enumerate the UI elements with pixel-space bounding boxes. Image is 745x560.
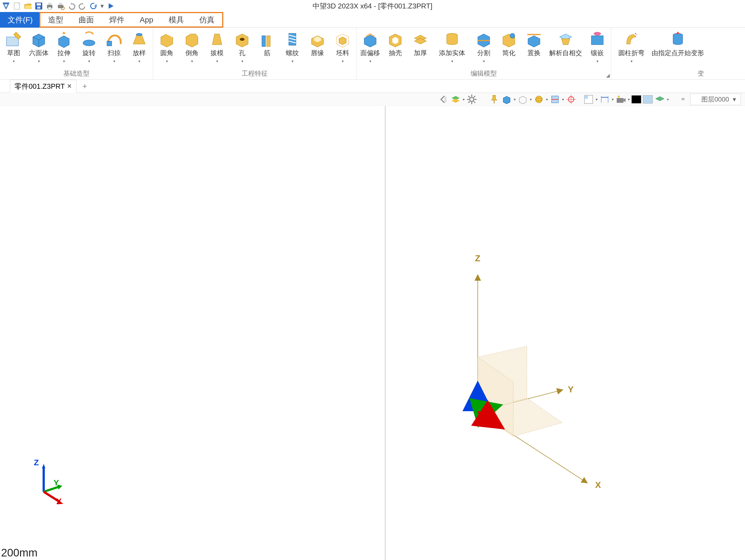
- print-icon[interactable]: [45, 1, 55, 11]
- layers2-icon[interactable]: [654, 94, 665, 105]
- ribbon: 草图▾ 六面体▾ 拉伸▾ 旋转▾ 扫掠▾ 放样▾ 基础造型 圆角▾ 倒角▾ 拔模…: [0, 28, 745, 80]
- menu-bar: 文件(F) 造型 曲面 焊件 App 模具 仿真: [0, 12, 745, 28]
- scene-3d: Z Y X: [442, 259, 606, 505]
- sphere-icon[interactable]: [533, 94, 544, 105]
- stock-button[interactable]: 坯料▾: [330, 30, 355, 64]
- play-icon[interactable]: [106, 1, 116, 11]
- viewport[interactable]: Z Y X Z Y X 200mm: [0, 106, 745, 560]
- menu-item[interactable]: 仿真: [192, 13, 222, 27]
- view-toolbar: ▾ ▾ ▾ ▾ ▾ ▾ ▾ ▾ ▾ ⚭ 图层0000 ▾: [0, 93, 745, 106]
- thicken-button[interactable]: 加厚: [408, 30, 433, 58]
- color-swatch-blue[interactable]: [643, 95, 653, 103]
- svg-rect-34: [584, 95, 588, 99]
- svg-point-15: [240, 38, 245, 41]
- svg-rect-11: [6, 37, 19, 46]
- analyze-self-intersect-button[interactable]: 解析自相交: [547, 30, 585, 58]
- draft-button[interactable]: 拔模▾: [204, 30, 230, 64]
- layers-icon[interactable]: [450, 94, 461, 105]
- layer-dropdown[interactable]: 图层0000 ▾: [690, 94, 741, 105]
- menu-item[interactable]: 造型: [40, 13, 71, 27]
- camera-icon[interactable]: [615, 94, 626, 105]
- section-icon[interactable]: [550, 94, 560, 105]
- gear-icon[interactable]: [466, 94, 477, 105]
- fillet-button[interactable]: 圆角▾: [154, 30, 180, 64]
- inlay-button[interactable]: 镶嵌▾: [585, 30, 610, 64]
- menu-item[interactable]: 曲面: [71, 13, 102, 27]
- svg-point-12: [83, 40, 95, 46]
- sweep-button[interactable]: 扫掠▾: [102, 30, 127, 64]
- color-swatch-black[interactable]: [631, 95, 641, 103]
- simplify-button[interactable]: 简化: [496, 30, 521, 58]
- ribbon-group-feature: 圆角▾ 倒角▾ 拔模▾ 孔▾ 筋 螺纹▾ 唇缘 坯料▾ 工程特征: [153, 28, 357, 80]
- pin-icon[interactable]: [489, 94, 499, 105]
- undo-icon[interactable]: [67, 1, 76, 11]
- save-icon[interactable]: [34, 1, 44, 11]
- split-button[interactable]: 分割▾: [471, 30, 496, 64]
- loft-button[interactable]: 放样▾: [127, 30, 152, 64]
- svg-rect-16: [262, 36, 265, 46]
- svg-point-20: [510, 33, 515, 38]
- open-icon[interactable]: [23, 1, 33, 11]
- ribbon-group-label: 基础造型: [0, 68, 153, 80]
- menu-item[interactable]: 焊件: [102, 13, 132, 27]
- hexahedron-button[interactable]: 六面体▾: [26, 30, 51, 64]
- view1-icon[interactable]: [583, 94, 594, 105]
- svg-rect-17: [267, 36, 270, 46]
- refresh-icon[interactable]: [89, 1, 98, 11]
- close-icon[interactable]: ✕: [67, 83, 72, 90]
- view-triad: Z Y X: [27, 462, 71, 505]
- svg-point-24: [470, 97, 474, 101]
- viewport-divider-vertical: [385, 106, 386, 560]
- svg-rect-23: [445, 97, 447, 102]
- extrude-button[interactable]: 拉伸▾: [51, 30, 76, 64]
- deform-from-point-button[interactable]: 由指定点开始变形: [651, 30, 705, 58]
- document-tabs: 零件001.Z3PRT ✕ +: [0, 80, 745, 93]
- add-solid-button[interactable]: 添加实体▾: [433, 30, 471, 64]
- cylinder-bend-button[interactable]: 圆柱折弯▾: [612, 30, 651, 64]
- wireframe-icon[interactable]: [517, 94, 528, 105]
- triad-z: Z: [34, 458, 39, 467]
- app-icon[interactable]: [1, 1, 11, 11]
- sketch-button[interactable]: 草图▾: [1, 30, 26, 64]
- menu-item[interactable]: 模具: [161, 13, 192, 27]
- rib-button[interactable]: 筋: [255, 30, 280, 58]
- new-icon[interactable]: [12, 1, 22, 11]
- dialog-launcher-icon[interactable]: ◢: [606, 72, 610, 79]
- svg-rect-13: [107, 41, 112, 46]
- back-icon[interactable]: [438, 94, 449, 105]
- scale-indicator: 200mm: [1, 547, 37, 559]
- axis-label-y: Y: [568, 384, 574, 395]
- axis-label-x: X: [595, 480, 601, 490]
- thread-button[interactable]: 螺纹▾: [280, 30, 305, 64]
- svg-point-26: [536, 96, 543, 103]
- link-icon[interactable]: ⚭: [678, 94, 688, 105]
- menu-file[interactable]: 文件(F): [0, 12, 40, 28]
- quick-access-toolbar: ▾: [0, 0, 745, 12]
- target-icon[interactable]: [565, 94, 577, 105]
- svg-rect-5: [48, 3, 51, 5]
- ribbon-group-transform: 圆柱折弯▾ 由指定点开始变形 变: [611, 28, 706, 80]
- lip-button[interactable]: 唇缘: [305, 30, 330, 58]
- ribbon-group-basic: 草图▾ 六面体▾ 拉伸▾ 旋转▾ 扫掠▾ 放样▾ 基础造型: [0, 28, 153, 80]
- document-tab[interactable]: 零件001.Z3PRT ✕: [10, 80, 76, 93]
- menu-item[interactable]: App: [132, 13, 161, 27]
- cube-icon[interactable]: [501, 94, 512, 105]
- revolve-button[interactable]: 旋转▾: [76, 30, 102, 64]
- svg-point-14: [136, 33, 142, 36]
- offset-face-button[interactable]: 面偏移▾: [358, 30, 383, 64]
- triad-x: X: [56, 497, 62, 506]
- add-tab-button[interactable]: +: [80, 81, 90, 91]
- svg-rect-6: [48, 7, 51, 9]
- replace-button[interactable]: 置换: [521, 30, 547, 58]
- redo-icon[interactable]: [77, 1, 87, 11]
- ribbon-group-edit: 面偏移▾ 抽壳 加厚 添加实体▾ 分割▾ 简化 置换 解析自相交 镶嵌▾ 编辑模…: [357, 28, 611, 80]
- ribbon-group-label: 变: [611, 68, 706, 80]
- dimension-icon[interactable]: [599, 94, 610, 105]
- print-preview-icon[interactable]: [56, 1, 66, 11]
- svg-rect-38: [617, 98, 623, 103]
- dropdown-icon[interactable]: ▾: [99, 1, 105, 11]
- hole-button[interactable]: 孔▾: [230, 30, 255, 64]
- chamfer-button[interactable]: 倒角▾: [180, 30, 204, 64]
- ribbon-group-label: 编辑模型: [357, 68, 611, 80]
- shell-button[interactable]: 抽壳: [383, 30, 408, 58]
